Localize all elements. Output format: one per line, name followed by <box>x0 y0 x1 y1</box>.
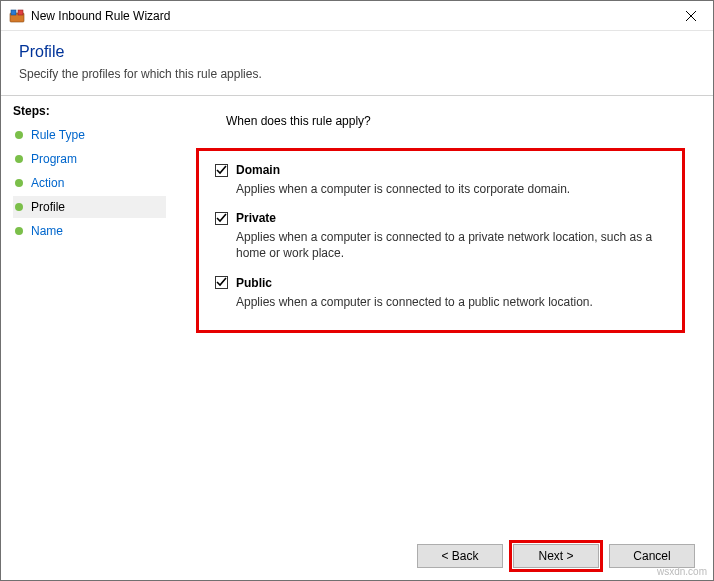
checkmark-icon <box>216 165 227 176</box>
cancel-button[interactable]: Cancel <box>609 544 695 568</box>
option-row: Public <box>215 276 666 290</box>
option-description: Applies when a computer is connected to … <box>236 294 666 310</box>
bullet-icon <box>15 179 23 187</box>
steps-heading: Steps: <box>13 104 166 118</box>
wizard-header: Profile Specify the profiles for which t… <box>1 31 713 96</box>
option-row: Private <box>215 211 666 225</box>
back-button[interactable]: < Back <box>417 544 503 568</box>
window-title: New Inbound Rule Wizard <box>31 9 668 23</box>
titlebar: New Inbound Rule Wizard <box>1 1 713 31</box>
checkbox-domain[interactable] <box>215 164 228 177</box>
prompt-text: When does this rule apply? <box>226 114 693 128</box>
svg-rect-1 <box>11 10 16 15</box>
option-public: Public Applies when a computer is connec… <box>215 276 666 310</box>
checkbox-private[interactable] <box>215 212 228 225</box>
step-label: Rule Type <box>31 128 85 142</box>
option-description: Applies when a computer is connected to … <box>236 181 666 197</box>
option-description: Applies when a computer is connected to … <box>236 229 666 261</box>
bullet-icon <box>15 155 23 163</box>
option-label: Private <box>236 211 276 225</box>
bullet-icon <box>15 203 23 211</box>
steps-sidebar: Steps: Rule Type Program Action Profile … <box>1 96 176 532</box>
wizard-content: When does this rule apply? Domain Applie… <box>176 96 713 532</box>
wizard-footer: < Back Next > Cancel <box>1 532 713 580</box>
step-label: Program <box>31 152 77 166</box>
wizard-window: New Inbound Rule Wizard Profile Specify … <box>0 0 714 581</box>
bullet-icon <box>15 227 23 235</box>
step-program[interactable]: Program <box>13 148 166 170</box>
option-label: Public <box>236 276 272 290</box>
checkmark-icon <box>216 213 227 224</box>
svg-rect-2 <box>18 10 23 15</box>
page-subtitle: Specify the profiles for which this rule… <box>19 67 695 81</box>
page-title: Profile <box>19 43 695 61</box>
checkbox-public[interactable] <box>215 276 228 289</box>
option-private: Private Applies when a computer is conne… <box>215 211 666 261</box>
options-highlight: Domain Applies when a computer is connec… <box>196 148 685 333</box>
step-profile[interactable]: Profile <box>13 196 166 218</box>
next-button[interactable]: Next > <box>513 544 599 568</box>
wizard-body: Steps: Rule Type Program Action Profile … <box>1 96 713 532</box>
option-row: Domain <box>215 163 666 177</box>
checkmark-icon <box>216 277 227 288</box>
option-domain: Domain Applies when a computer is connec… <box>215 163 666 197</box>
app-icon <box>9 8 25 24</box>
step-rule-type[interactable]: Rule Type <box>13 124 166 146</box>
close-button[interactable] <box>668 1 713 31</box>
bullet-icon <box>15 131 23 139</box>
step-label: Profile <box>31 200 65 214</box>
step-action[interactable]: Action <box>13 172 166 194</box>
step-name[interactable]: Name <box>13 220 166 242</box>
step-label: Name <box>31 224 63 238</box>
close-icon <box>686 11 696 21</box>
step-label: Action <box>31 176 64 190</box>
option-label: Domain <box>236 163 280 177</box>
